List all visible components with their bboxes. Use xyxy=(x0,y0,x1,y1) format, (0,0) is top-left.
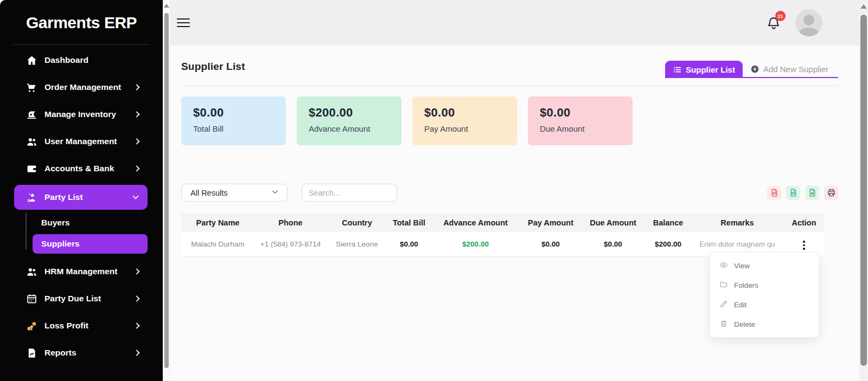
brand-logo: Garments ERP xyxy=(0,0,163,34)
cell-total-bill: $0.00 xyxy=(387,232,431,256)
tab-supplier-list[interactable]: Supplier List xyxy=(665,61,743,78)
stat-label: Pay Amount xyxy=(424,124,505,133)
results-filter-select[interactable]: All Results xyxy=(181,184,288,202)
page-head: Supplier List Supplier List Add New Supp… xyxy=(181,46,838,78)
stat-cards: $0.00 Total Bill $200.00 Advance Amount … xyxy=(181,96,838,145)
user-avatar[interactable] xyxy=(795,9,822,36)
chevron-right-icon xyxy=(133,268,139,274)
export-pdf-button[interactable] xyxy=(767,186,781,200)
users-icon xyxy=(26,136,37,147)
filter-row: All Results xyxy=(181,184,838,202)
tab-add-new-supplier[interactable]: Add New Supplier xyxy=(743,61,838,78)
report-icon xyxy=(26,347,37,359)
users-icon xyxy=(26,266,37,277)
sidebar-item-label: User Management xyxy=(44,137,117,146)
cell-pay-amount: $0.00 xyxy=(520,232,581,256)
menu-toggle-button[interactable] xyxy=(177,16,190,30)
sidebar-item-dashboard[interactable]: Dashboard xyxy=(0,47,163,74)
stat-amount: $200.00 xyxy=(309,106,390,120)
page-scrollbar-thumb[interactable] xyxy=(860,15,867,366)
export-excel-button[interactable] xyxy=(805,186,819,200)
sidebar-item-user-management[interactable]: User Management xyxy=(0,128,163,155)
chevron-right-icon xyxy=(133,138,139,144)
stat-label: Due Amount xyxy=(540,124,621,133)
coins-icon xyxy=(26,320,37,332)
chevron-right-icon xyxy=(133,165,139,171)
cell-advance-amount: $200.00 xyxy=(431,232,520,256)
tab-label: Add New Supplier xyxy=(763,64,828,74)
sidebar-item-party-list[interactable]: Party List xyxy=(14,185,148,210)
column-header: Remarks xyxy=(691,213,783,232)
tabs: Supplier List Add New Supplier xyxy=(665,61,838,78)
sidebar-item-label: Loss Profit xyxy=(44,321,88,331)
menu-item-label: View xyxy=(734,262,750,270)
stat-card-advance-amount: $200.00 Advance Amount xyxy=(297,96,401,145)
eye-icon xyxy=(719,261,728,271)
sidebar-item-accounts-bank[interactable]: Accounts & Bank xyxy=(0,155,163,182)
brand-divider xyxy=(13,44,150,45)
scroll-up-arrow-icon[interactable] xyxy=(860,4,867,9)
sidebar-subitem-label: Suppliers xyxy=(41,239,80,249)
sidebar-item-hrm-management[interactable]: HRM Management xyxy=(0,258,163,285)
topbar-right: 21 xyxy=(766,9,822,36)
list-icon xyxy=(673,65,682,74)
stat-amount: $0.00 xyxy=(424,106,505,120)
row-actions-kebab-button[interactable] xyxy=(799,238,809,252)
menu-item-edit[interactable]: Edit xyxy=(710,295,819,314)
csv-file-icon xyxy=(789,188,798,197)
supplier-table: Party Name Phone Country Total Bill Adva… xyxy=(181,213,825,257)
sidebar-item-loss-profit[interactable]: Loss Profit xyxy=(0,312,163,339)
sidebar-item-label: Party List xyxy=(44,192,83,202)
stat-card-due-amount: $0.00 Due Amount xyxy=(528,96,633,145)
menu-item-folders[interactable]: Folders xyxy=(710,275,819,295)
printer-icon xyxy=(827,188,836,197)
sidebar-item-reports[interactable]: Reports xyxy=(0,339,163,366)
column-header: Phone xyxy=(254,213,327,232)
cart-icon xyxy=(26,82,37,93)
cell-due-amount: $0.00 xyxy=(581,232,645,256)
sidebar-item-label: Party Due List xyxy=(44,294,101,303)
menu-item-view[interactable]: View xyxy=(710,256,819,275)
export-csv-button[interactable] xyxy=(786,186,800,200)
column-header: Due Amount xyxy=(581,213,645,232)
sidebar-subitem-label: Buyers xyxy=(41,218,70,228)
sidebar-item-order-management[interactable]: Order Management xyxy=(0,74,163,101)
sidebar-item-label: Order Management xyxy=(44,82,121,92)
topbar: 21 xyxy=(170,0,859,46)
chevron-down-icon xyxy=(132,193,138,199)
main-area: 21 Supplier List Supplier List xyxy=(170,0,859,381)
search-input[interactable] xyxy=(302,184,397,202)
menu-item-delete[interactable]: Delete xyxy=(710,314,819,334)
home-icon xyxy=(26,55,37,66)
sidebar-item-label: Manage Inventory xyxy=(44,109,116,119)
chevron-right-icon xyxy=(133,322,139,328)
stat-card-total-bill: $0.00 Total Bill xyxy=(181,96,286,145)
stat-card-pay-amount: $0.00 Pay Amount xyxy=(412,96,517,145)
sidebar-item-label: Accounts & Bank xyxy=(44,164,114,173)
column-header: Action xyxy=(783,213,825,232)
sidebar-subitem-buyers[interactable]: Buyers xyxy=(0,211,163,234)
sidebar-item-label: Dashboard xyxy=(44,55,88,65)
column-header: Country xyxy=(327,213,387,232)
sidebar-scrollbar[interactable] xyxy=(163,0,170,381)
menu-item-label: Delete xyxy=(734,320,755,328)
menu-item-label: Folders xyxy=(734,281,758,289)
cell-balance: $200.00 xyxy=(645,232,691,256)
sidebar-scrollbar-thumb[interactable] xyxy=(164,13,169,368)
page-title: Supplier List xyxy=(181,61,245,73)
page-scrollbar[interactable] xyxy=(859,0,868,381)
notifications-button[interactable]: 21 xyxy=(766,15,781,30)
select-value: All Results xyxy=(190,189,228,197)
pencil-icon xyxy=(719,300,728,310)
chevron-right-icon xyxy=(133,350,139,356)
page-content: Supplier List Supplier List Add New Supp… xyxy=(170,46,859,381)
column-header: Pay Amount xyxy=(520,213,581,232)
party-list-icon xyxy=(26,192,37,203)
sidebar-item-party-due-list[interactable]: Party Due List xyxy=(0,285,163,312)
scroll-up-arrow-icon[interactable] xyxy=(164,4,169,8)
tab-label: Supplier List xyxy=(686,65,735,74)
calendar-icon xyxy=(26,293,37,305)
sidebar-item-manage-inventory[interactable]: Manage Inventory xyxy=(0,101,163,128)
print-button[interactable] xyxy=(824,186,838,200)
sidebar-subitem-suppliers[interactable]: Suppliers xyxy=(33,234,148,254)
